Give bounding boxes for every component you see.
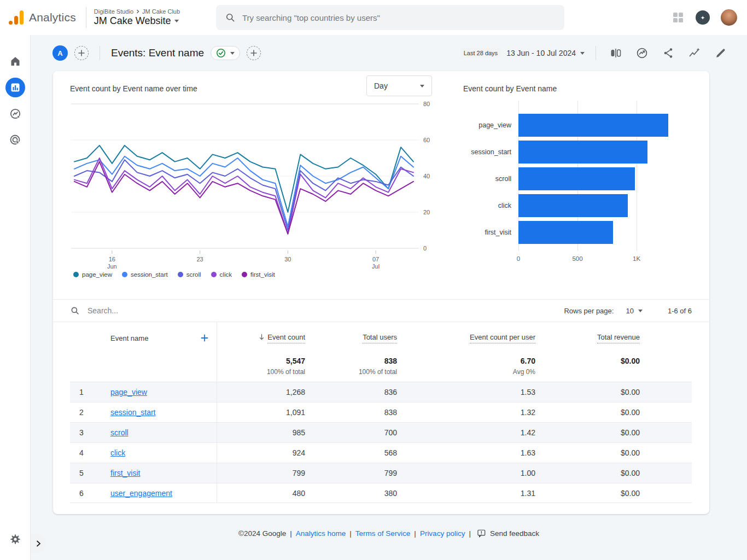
total-per-user-sub: Avg 0% xyxy=(513,368,535,376)
product-name: Analytics xyxy=(29,11,76,24)
table-row[interactable]: 3 scroll 985 700 1.42 $0.00 xyxy=(70,422,692,442)
bar-scroll[interactable] xyxy=(518,167,635,190)
segment-badge[interactable]: A xyxy=(52,45,68,61)
rows-per-page-label: Rows per page: xyxy=(564,307,614,315)
interval-select[interactable]: Day xyxy=(366,75,432,96)
apps-grid-icon[interactable] xyxy=(672,11,685,24)
line-series-first_visit xyxy=(74,162,413,234)
nav-reports[interactable] xyxy=(0,74,30,101)
footer-link-analytics-home[interactable]: Analytics home xyxy=(296,529,346,538)
svg-text:60: 60 xyxy=(423,137,430,143)
table-row[interactable]: 6 user_engagement 480 380 1.31 $0.00 xyxy=(70,483,692,503)
event-link[interactable]: page_view xyxy=(110,388,147,396)
user-avatar[interactable] xyxy=(721,9,737,26)
legend-item[interactable]: scroll xyxy=(178,271,201,278)
bar-axis-label: 0 xyxy=(517,255,520,262)
rows-per-page-select[interactable]: 10 xyxy=(626,307,642,315)
table-row[interactable]: 2 session_start 1,091 838 1.32 $0.00 xyxy=(70,402,692,422)
event-name-cell: page_view xyxy=(98,382,217,402)
report-header-bar: A Events: Event name Last 28 days 13 Jun… xyxy=(31,35,747,71)
legend-item[interactable]: click xyxy=(211,271,232,278)
column-header-event-count-per-user[interactable]: Event count per user xyxy=(397,322,535,351)
event-name-cell: session_start xyxy=(98,402,217,422)
line-chart: 02040608016Jun233007Jul xyxy=(70,97,432,270)
bar-page_view[interactable] xyxy=(518,114,668,137)
line-series-session_start xyxy=(74,156,413,227)
legend-dot xyxy=(122,272,127,277)
nav-admin[interactable] xyxy=(0,533,31,546)
send-feedback-button[interactable]: Send feedback xyxy=(477,529,539,538)
table-row[interactable]: 4 click 924 568 1.63 $0.00 xyxy=(70,442,692,463)
bar-click[interactable] xyxy=(518,194,628,217)
add-dimension-button[interactable] xyxy=(200,334,209,342)
column-header-total-revenue[interactable]: Total revenue xyxy=(535,322,640,351)
event-name-cell: click xyxy=(98,443,217,463)
separator: | xyxy=(290,529,292,538)
event-link[interactable]: click xyxy=(110,448,125,457)
column-header-total-users[interactable]: Total users xyxy=(305,322,397,351)
compare-icon xyxy=(609,46,622,60)
global-search[interactable] xyxy=(216,5,564,30)
event-name-cell: scroll xyxy=(98,423,217,442)
row-index: 3 xyxy=(70,423,98,442)
caret-down-icon xyxy=(174,20,179,22)
nav-advertising[interactable] xyxy=(0,127,30,153)
nav-explore[interactable] xyxy=(0,101,30,127)
legend-label: click xyxy=(220,271,232,278)
column-header-event-count[interactable]: Event count xyxy=(217,322,305,351)
legend-item[interactable]: session_start xyxy=(122,271,168,278)
svg-text:80: 80 xyxy=(423,101,430,107)
per-user-cell: 1.31 xyxy=(397,483,535,503)
revenue-cell: $0.00 xyxy=(535,402,640,422)
event-link[interactable]: session_start xyxy=(110,408,155,417)
plus-icon xyxy=(78,49,85,57)
bar-plot-area xyxy=(518,101,692,251)
bar-session_start[interactable] xyxy=(518,141,647,164)
plus-icon xyxy=(250,49,258,57)
footer-link-privacy[interactable]: Privacy policy xyxy=(420,529,465,538)
legend-dot xyxy=(211,272,217,277)
legend-item[interactable]: first_visit xyxy=(242,271,275,278)
insights-sparkline-button[interactable] xyxy=(688,46,701,60)
nav-home[interactable] xyxy=(0,48,30,74)
total-users-cell: 799 xyxy=(305,463,397,483)
svg-text:23: 23 xyxy=(197,256,203,262)
chevron-right-icon xyxy=(136,9,140,14)
help-assistant-icon[interactable]: ✦ xyxy=(696,10,710,25)
per-user-cell: 1.42 xyxy=(397,423,535,442)
share-icon xyxy=(662,46,675,60)
edit-button[interactable] xyxy=(714,46,727,60)
report-title: Events: Event name xyxy=(111,47,204,59)
total-event-count: 5,547 xyxy=(286,357,305,365)
total-revenue: $0.00 xyxy=(621,357,640,365)
table-search-input[interactable] xyxy=(87,306,252,315)
property-switcher[interactable]: DigiBite Studio JM Cake Club JM Cake Web… xyxy=(94,8,180,27)
explore-icon xyxy=(9,107,22,120)
compare-button[interactable] xyxy=(609,46,622,60)
bar-axis-label: 1K xyxy=(633,255,640,262)
row-spacer xyxy=(640,443,692,463)
event-link[interactable]: first_visit xyxy=(110,469,140,477)
share-button[interactable] xyxy=(662,46,675,60)
search-input[interactable] xyxy=(242,13,527,22)
date-range[interactable]: 13 Jun - 10 Jul 2024 xyxy=(506,49,576,57)
header-spacer xyxy=(640,322,692,351)
analytics-logo-icon xyxy=(9,10,24,25)
bar-chart: page_viewsession_startscrollclickfirst_v… xyxy=(463,101,692,265)
add-report-button[interactable] xyxy=(247,46,261,60)
table-row[interactable]: 5 first_visit 799 799 1.00 $0.00 xyxy=(70,463,692,483)
event-link[interactable]: user_engagement xyxy=(110,489,172,498)
column-header-event-name[interactable]: Event name xyxy=(110,334,148,342)
reports-icon xyxy=(9,81,22,94)
table-row[interactable]: 1 page_view 1,268 836 1.53 $0.00 xyxy=(70,382,692,402)
event-link[interactable]: scroll xyxy=(110,428,129,437)
legend-item[interactable]: page_view xyxy=(73,271,112,278)
insights-button[interactable] xyxy=(635,46,649,60)
search-icon xyxy=(225,12,236,23)
home-icon xyxy=(9,55,22,68)
footer-link-terms[interactable]: Terms of Service xyxy=(355,529,411,538)
bar-first_visit[interactable] xyxy=(518,221,613,244)
total-users-cell: 836 xyxy=(305,382,397,402)
data-quality-pill[interactable] xyxy=(211,46,240,60)
add-comparison-button[interactable] xyxy=(74,46,89,60)
